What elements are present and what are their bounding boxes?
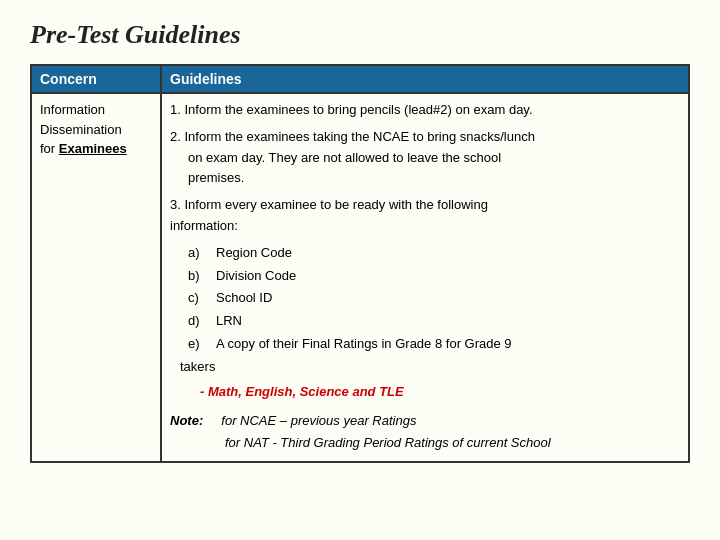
guideline-point1: 1. Inform the examinees to bring pencils… bbox=[170, 100, 680, 121]
list-text-a: Region Code bbox=[216, 243, 292, 264]
list-item-a: a) Region Code bbox=[180, 243, 680, 264]
header-guidelines: Guidelines bbox=[161, 65, 689, 93]
list-text-e: A copy of their Final Ratings in Grade 8… bbox=[216, 334, 512, 355]
list-item-c: c) School ID bbox=[180, 288, 680, 309]
concern-line2: Dissemination bbox=[40, 122, 122, 137]
list-item-b: b) Division Code bbox=[180, 266, 680, 287]
note-section: Note: for NCAE – previous year Ratings f… bbox=[170, 410, 680, 454]
point3-line2: information: bbox=[170, 218, 238, 233]
concern-text: Information Dissemination for Examinees bbox=[40, 100, 152, 159]
concern-line1: Information bbox=[40, 102, 105, 117]
list-text-b: Division Code bbox=[216, 266, 296, 287]
point3-line1: 3. Inform every examinee to be ready wit… bbox=[170, 197, 488, 212]
guidelines-cell: 1. Inform the examinees to bring pencils… bbox=[161, 93, 689, 462]
list-text-c: School ID bbox=[216, 288, 272, 309]
list-letter-c: c) bbox=[188, 288, 216, 309]
page-container: Pre-Test Guidelines Concern Guidelines I… bbox=[0, 0, 720, 483]
concern-line3: for bbox=[40, 141, 59, 156]
list-container: a) Region Code b) Division Code c) Schoo… bbox=[180, 243, 680, 378]
list-letter-b: b) bbox=[188, 266, 216, 287]
table-row: Information Dissemination for Examinees … bbox=[31, 93, 689, 462]
list-letter-d: d) bbox=[188, 311, 216, 332]
concern-cell: Information Dissemination for Examinees bbox=[31, 93, 161, 462]
list-takers: takers bbox=[180, 357, 680, 378]
list-text-d: LRN bbox=[216, 311, 242, 332]
highlight-text: - Math, English, Science and TLE bbox=[200, 382, 680, 403]
list-letter-e: e) bbox=[188, 334, 216, 355]
point2-line3: premises. bbox=[188, 170, 244, 185]
note-line1: for NCAE – previous year Ratings bbox=[221, 413, 416, 428]
main-table: Concern Guidelines Information Dissemina… bbox=[30, 64, 690, 463]
list-item-e: e) A copy of their Final Ratings in Grad… bbox=[180, 334, 680, 355]
guideline-point2: 2. Inform the examinees taking the NCAE … bbox=[170, 127, 680, 189]
note-indent-space bbox=[207, 413, 218, 428]
point2-line2: on exam day. They are not allowed to lea… bbox=[188, 150, 501, 165]
table-header-row: Concern Guidelines bbox=[31, 65, 689, 93]
note-line2: for NAT - Third Grading Period Ratings o… bbox=[225, 435, 551, 450]
list-item-d: d) LRN bbox=[180, 311, 680, 332]
note-label: Note: bbox=[170, 413, 203, 428]
list-letter-a: a) bbox=[188, 243, 216, 264]
header-concern: Concern bbox=[31, 65, 161, 93]
guideline-point3: 3. Inform every examinee to be ready wit… bbox=[170, 195, 680, 237]
concern-examinees: Examinees bbox=[59, 141, 127, 156]
takers-text: takers bbox=[180, 357, 215, 378]
page-title: Pre-Test Guidelines bbox=[30, 20, 690, 50]
point2-line1: 2. Inform the examinees taking the NCAE … bbox=[170, 129, 535, 144]
